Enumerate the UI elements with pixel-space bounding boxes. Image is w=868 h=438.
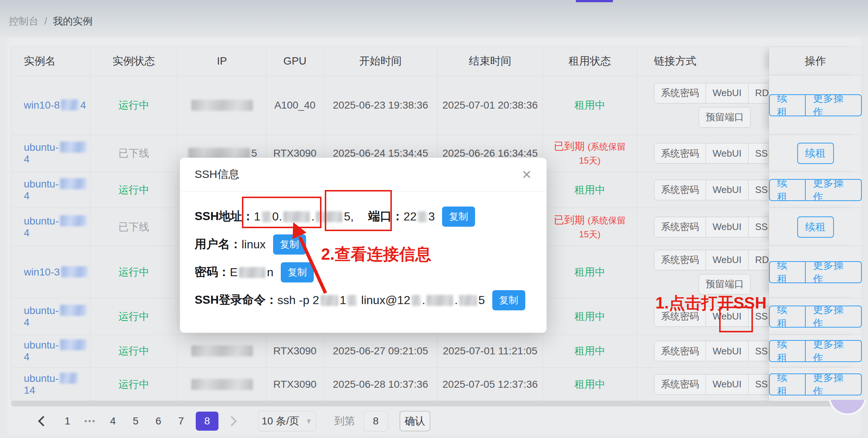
ssh-button[interactable]: SSH [748,180,769,200]
renew-button[interactable]: 续租 [770,262,805,282]
more-actions-button[interactable]: 更多操作 [805,262,861,282]
ssh-button[interactable]: SSH [748,217,769,237]
renew-button[interactable]: 续租 [770,180,805,200]
instance-name-link[interactable]: ubuntu-14 [24,373,90,396]
link-method-button[interactable]: WebUI [706,341,749,361]
page-number[interactable]: 4 [105,412,121,431]
link-method-button[interactable]: RDP信息 [748,83,769,103]
modal-info-row: SSH登录命令：ssh -p 21 linux@12..5复制 [195,286,532,314]
instance-name-link[interactable]: win10-3 [24,266,89,278]
renew-button[interactable]: 续租 [770,306,805,327]
link-method-button[interactable]: 系统密码 [654,374,706,395]
more-actions-button[interactable]: 更多操作 [805,341,861,361]
link-method-button[interactable]: 系统密码 [654,83,706,103]
rent-status: 已到期 (系统保留15天) [552,213,628,241]
pagination-ellipsis[interactable]: ••• [82,412,98,431]
rent-status: 租用中 [574,183,605,197]
link-method-button[interactable]: WebUI [706,250,749,270]
console-page: { "breadcrumb": {"root": "控制台", "separat… [0,0,868,438]
ssh-button[interactable]: SSH [748,374,769,395]
link-method-button[interactable]: 系统密码 [654,180,706,200]
link-method-button[interactable]: 系统密码 [654,250,706,270]
link-method-button[interactable]: 系统密码 [654,341,706,361]
modal-header: SSH信息 ✕ [180,158,547,191]
redacted-text [418,211,427,222]
pagination-bar: 1•••4567810 条/页▼到第8确认 [11,410,430,432]
instance-ip [178,368,266,401]
breadcrumb-separator: / [44,16,47,27]
link-method-button[interactable]: 预留端口 [699,274,751,295]
instance-name-link[interactable]: ubuntu-4 [24,215,90,239]
renew-button[interactable]: 续租 [770,341,805,361]
link-method-button[interactable]: 预留端口 [699,107,751,128]
column-header: 开始时间 [324,47,438,75]
actions-cell: 续租 [769,208,862,246]
instance-name-link[interactable]: ubuntu-4 [24,178,90,202]
modal-field-value: linux [242,238,266,251]
instance-name-link[interactable]: ubuntu-4 [24,339,90,363]
actions-cell: 续租更多操作 [769,335,862,367]
next-page-icon[interactable] [227,416,237,426]
page-size-select[interactable]: 10 条/页▼ [258,411,316,431]
column-header: 实例状态 [90,47,178,75]
instance-status: 运行中 [118,377,149,391]
goto-page-label: 到第 [334,414,355,428]
renew-button[interactable]: 续租 [770,95,805,116]
link-method-button[interactable]: WebUI [706,374,749,395]
close-icon[interactable]: ✕ [522,168,532,181]
link-method-button[interactable]: WebUI [706,83,749,103]
redacted-text [191,346,253,357]
page-number-active[interactable]: 8 [196,412,218,431]
goto-page-input[interactable]: 8 [364,411,388,431]
redacted-text [191,379,253,390]
more-actions-button[interactable]: 更多操作 [805,180,861,200]
renew-button[interactable]: 续租 [797,143,834,164]
link-method-button[interactable]: 系统密码 [654,217,706,237]
column-header: 链接方式 [637,47,769,75]
link-method-button[interactable]: WebUI [706,180,749,200]
copy-button[interactable]: 复制 [492,290,525,310]
confirm-button[interactable]: 确认 [400,411,430,431]
redacted-text [239,267,265,278]
top-gradient-bar [0,0,868,37]
prev-page-icon[interactable] [38,416,48,426]
more-actions-button[interactable]: 更多操作 [805,95,861,116]
more-actions-button[interactable]: 更多操作 [805,374,861,395]
page-number[interactable]: 6 [150,412,166,431]
annotation-arrow-icon [282,218,337,297]
copy-button[interactable]: 复制 [442,207,475,227]
end-time: 2025-07-01 11:21:05 [438,335,543,367]
ssh-button[interactable]: SSH [748,143,769,164]
page-number[interactable]: 5 [128,412,144,431]
instance-name-link[interactable]: ubuntu-4 [24,142,90,165]
actions-cell: 续租 [769,135,862,172]
page-number[interactable]: 1 [59,412,76,431]
horizontal-scrollbar[interactable] [11,401,864,406]
modal-field-label: SSH登录命令： [195,292,277,308]
column-header: 操作 [769,47,862,75]
link-method-button[interactable]: WebUI [706,217,749,237]
actions-cell: 续租更多操作 [769,76,862,135]
instance-status: 运行中 [118,310,149,324]
page-number[interactable]: 7 [173,412,189,431]
renew-button[interactable]: 续租 [770,374,805,395]
redacted-text [61,266,88,277]
more-actions-button[interactable]: 更多操作 [805,306,861,327]
link-method-button[interactable]: WebUI [706,143,749,164]
link-methods-cell: 系统密码WebUISSH预留端口 [637,368,769,401]
renew-button[interactable]: 续租 [797,216,834,238]
table-row: ubuntu-14运行中RTX30902025-06-28 10:37:3620… [11,368,862,401]
ssh-button[interactable]: SSH [748,341,769,361]
breadcrumb-console[interactable]: 控制台 [9,15,38,28]
link-method-button[interactable]: RDP信息 [748,250,769,270]
link-method-button[interactable]: 系统密码 [654,143,706,164]
instance-name-link[interactable]: ubuntu-4 [24,305,90,328]
rent-status: 租用中 [574,98,605,112]
instance-status: 运行中 [118,183,149,197]
annotation-step1-text: 1.点击打开SSH [655,292,766,314]
instance-name-link[interactable]: win10-84 [24,99,86,111]
floating-action-button[interactable] [828,400,867,415]
column-header: IP [178,47,266,75]
instance-gpu: A100_40 [266,76,324,135]
instance-ip [178,76,266,135]
